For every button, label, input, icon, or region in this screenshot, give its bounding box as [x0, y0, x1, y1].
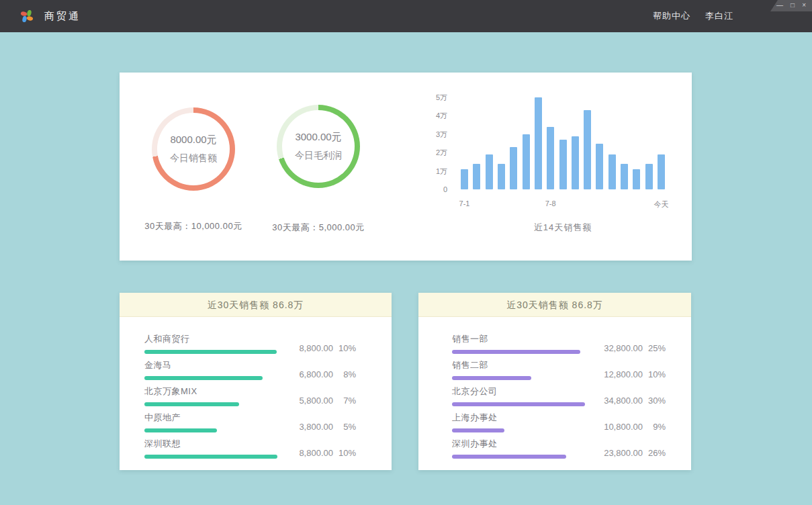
rank-row: 北京万象MIX5,800.007% — [144, 380, 356, 406]
rank-row-values: 3,800.005% — [290, 422, 356, 432]
rank-row-bar — [144, 428, 217, 432]
rank-row-label: 北京分公司 — [452, 385, 585, 398]
rank-row-amount: 34,800.00 — [600, 396, 643, 406]
y-tick-label: 2万 — [436, 148, 447, 156]
today-profit-donut-chart: 3000.00元 今日毛利润 — [277, 105, 360, 188]
user-name-link[interactable]: 李白江 — [705, 10, 733, 22]
rank-rows: 销售一部32,800.0025%销售二部12,800.0010%北京分公司34,… — [418, 317, 691, 459]
brand: 商贸通 — [19, 0, 81, 32]
bar — [486, 154, 493, 189]
rank-row-values: 32,800.0025% — [600, 343, 666, 354]
window-controls: —□× — [770, 0, 812, 11]
rank-row-bar — [452, 350, 580, 354]
close-icon[interactable]: × — [802, 2, 806, 9]
bar — [523, 134, 530, 189]
bar-chart-x-axis: 7-17-8今天 — [461, 199, 665, 209]
rank-row-values: 34,800.0030% — [600, 396, 666, 406]
rank-row: 深圳联想8,800.0010% — [144, 432, 356, 459]
rank-row-percent: 10% — [643, 369, 666, 379]
bar — [596, 144, 603, 190]
bar — [473, 164, 480, 189]
help-center-link[interactable]: 帮助中心 — [653, 10, 690, 22]
rank-row-percent: 9% — [643, 422, 666, 432]
bar — [510, 147, 517, 189]
today-profit-widget: 3000.00元 今日毛利润 30天最高：5,000.00元 — [251, 105, 386, 234]
rank-row-main: 上海办事处 — [452, 412, 504, 432]
rank-row-amount: 23,800.00 — [600, 448, 643, 458]
y-tick-label: 0 — [443, 185, 447, 193]
rank-row-bar — [144, 376, 263, 380]
today-sales-caption: 今日销售额 — [170, 152, 217, 165]
topbar-nav: 帮助中心李白江 — [653, 0, 733, 32]
x-tick-label: 今天 — [654, 199, 669, 210]
rank-row: 深圳办事处23,800.0026% — [452, 432, 666, 459]
rank-row-percent: 5% — [333, 422, 356, 432]
rank-row-values: 8,800.0010% — [290, 343, 356, 354]
rank-row-main: 销售二部 — [452, 359, 531, 380]
y-tick-label: 3万 — [436, 130, 447, 138]
rank-row-values: 5,800.007% — [290, 396, 356, 406]
today-sales-value: 8000.00元 — [170, 134, 216, 146]
rank-row-label: 中原地产 — [144, 412, 217, 424]
donut-center: 3000.00元 今日毛利润 — [282, 110, 355, 183]
rank-row-label: 深圳联想 — [144, 438, 277, 450]
rank-row-bar — [144, 455, 277, 459]
rank-row: 销售二部12,800.0010% — [452, 354, 666, 380]
bar — [645, 164, 653, 189]
rank-row-amount: 10,800.00 — [600, 422, 643, 432]
bar — [535, 97, 542, 189]
rank-row: 销售一部32,800.0025% — [452, 328, 666, 354]
bar — [461, 169, 468, 189]
rank-row-bar — [144, 350, 277, 354]
rank-row-label: 深圳办事处 — [452, 438, 566, 450]
rank-row-label: 人和商贸行 — [144, 333, 277, 345]
rank-row-main: 北京万象MIX — [144, 385, 239, 406]
bar — [621, 164, 628, 189]
bar — [498, 164, 505, 189]
rank-row-values: 12,800.0010% — [600, 369, 666, 380]
today-profit-caption: 今日毛利润 — [295, 150, 342, 162]
rank-row-amount: 6,800.00 — [290, 369, 333, 379]
rank-row-percent: 25% — [643, 343, 666, 353]
rank-row-percent: 10% — [333, 448, 356, 458]
rank-row-percent: 26% — [643, 448, 666, 458]
department-sales-rank-card: 近30天销售额 86.8万 销售一部32,800.0025%销售二部12,800… — [418, 293, 691, 470]
rank-row-amount: 5,800.00 — [290, 396, 333, 406]
bar — [559, 140, 567, 189]
bar — [547, 127, 554, 189]
rank-row: 北京分公司34,800.0030% — [452, 380, 666, 406]
titlebar: 商贸通 帮助中心李白江 —□× — [0, 0, 812, 32]
brand-logo-icon — [19, 8, 35, 24]
rank-row-main: 人和商贸行 — [144, 333, 277, 354]
rank-row-values: 8,800.0010% — [290, 448, 356, 459]
brand-title: 商贸通 — [44, 10, 81, 23]
bar-chart-y-axis: 5万4万3万2万1万0 — [430, 93, 447, 193]
overview-card: 8000.00元 今日销售额 30天最高：10,000.00元 3000.00元… — [120, 73, 692, 261]
donut-center: 8000.00元 今日销售额 — [157, 113, 230, 185]
y-tick-label: 4万 — [436, 111, 447, 120]
y-tick-label: 5万 — [436, 93, 447, 101]
rank-row-main: 销售一部 — [452, 333, 580, 354]
sales-30day-max-label: 30天最高：10,000.00元 — [126, 220, 261, 232]
today-sales-widget: 8000.00元 今日销售额 30天最高：10,000.00元 — [126, 107, 261, 232]
rank-row-main: 深圳联想 — [144, 438, 277, 459]
sales-14day-bar-chart: 5万4万3万2万1万0 7-17-8今天 近14天销售额 — [430, 87, 672, 242]
bar — [608, 154, 616, 189]
rank-row: 金海马6,800.008% — [144, 354, 356, 380]
rank-row-bar — [452, 402, 585, 406]
bar — [658, 154, 665, 189]
rank-row-label: 北京万象MIX — [144, 385, 239, 398]
rank-row-amount: 3,800.00 — [290, 422, 333, 432]
rank-row-main: 金海马 — [144, 359, 263, 380]
rank-row-main: 深圳办事处 — [452, 438, 566, 459]
rank-row-values: 10,800.009% — [600, 422, 666, 432]
customer-sales-rank-card: 近30天销售额 86.8万 人和商贸行8,800.0010%金海马6,800.0… — [120, 293, 392, 470]
x-tick-label: 7-1 — [459, 199, 470, 208]
bar — [584, 110, 591, 189]
rank-row-main: 北京分公司 — [452, 385, 585, 406]
minimize-icon[interactable]: — — [776, 2, 783, 9]
rank-row-amount: 12,800.00 — [600, 369, 643, 379]
rank-row-percent: 8% — [333, 369, 356, 379]
maximize-icon[interactable]: □ — [791, 2, 795, 9]
rank-row-bar — [452, 455, 566, 459]
